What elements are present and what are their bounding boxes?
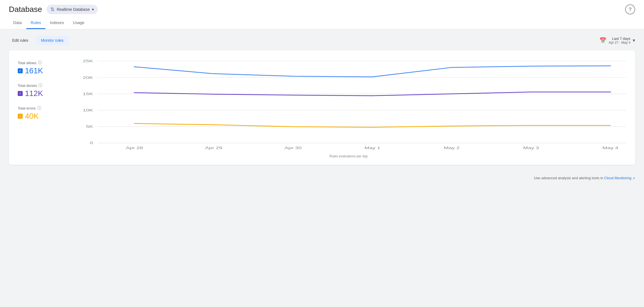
- chart-x-axis-label: Rules evaluations per day: [71, 154, 626, 158]
- legend-item-allows: Total allows ⓘ ✓ 161K: [18, 60, 62, 75]
- tab-usage[interactable]: Usage: [68, 18, 89, 29]
- denies-value-row: ✓ 112K: [18, 89, 62, 98]
- page-title: Database: [9, 5, 42, 14]
- svg-text:10K: 10K: [83, 108, 93, 112]
- errors-value: 40K: [25, 112, 39, 121]
- top-bar: Database ⇅ Realtime Database ▾ ? Data Ru…: [0, 0, 644, 29]
- tab-rules[interactable]: Rules: [26, 18, 45, 29]
- cloud-monitoring-link[interactable]: Cloud Monitoring ↗: [604, 176, 635, 180]
- help-button[interactable]: ?: [625, 4, 635, 14]
- calendar-icon: 📅: [599, 37, 606, 44]
- svg-text:Apr 28: Apr 28: [126, 146, 143, 150]
- chart-layout: Total allows ⓘ ✓ 161K Total denies ⓘ: [18, 58, 626, 158]
- monitor-rules-button[interactable]: Monitor rules: [36, 36, 68, 45]
- date-range-title: Last 7 days: [609, 37, 630, 41]
- allows-label-text: Total allows: [18, 61, 36, 65]
- footer-note-text: Use advanced analysis and alerting tools…: [534, 176, 603, 180]
- legend-label-denies: Total denies ⓘ: [18, 83, 62, 88]
- svg-text:May 3: May 3: [523, 146, 539, 150]
- errors-help-icon[interactable]: ⓘ: [37, 106, 41, 111]
- date-range-selector[interactable]: 📅 Last 7 days Apr 27 - May 4 ▾: [599, 37, 635, 45]
- denies-value: 112K: [25, 89, 43, 98]
- date-range-text: Last 7 days Apr 27 - May 4: [609, 37, 630, 45]
- legend-label-allows: Total allows ⓘ: [18, 60, 62, 65]
- allows-help-icon[interactable]: ⓘ: [38, 60, 42, 65]
- dropdown-arrow-icon: ▾: [92, 7, 94, 12]
- svg-text:0: 0: [90, 141, 93, 145]
- main-content: Edit rules Monitor rules 📅 Last 7 days A…: [0, 29, 644, 171]
- errors-label-text: Total errors: [18, 106, 36, 110]
- legend-item-denies: Total denies ⓘ ✓ 112K: [18, 83, 62, 98]
- footer-note: Use advanced analysis and alerting tools…: [0, 171, 644, 185]
- legend-label-errors: Total errors ⓘ: [18, 106, 62, 111]
- chevron-down-icon: ▾: [633, 37, 635, 43]
- svg-text:Apr 29: Apr 29: [205, 146, 222, 150]
- allows-value-row: ✓ 161K: [18, 66, 62, 75]
- help-icon: ?: [629, 7, 632, 12]
- db-selector-button[interactable]: ⇅ Realtime Database ▾: [47, 5, 98, 14]
- date-range-subtitle: Apr 27 - May 4: [609, 41, 630, 45]
- chart-card: Total allows ⓘ ✓ 161K Total denies ⓘ: [9, 50, 635, 165]
- denies-help-icon[interactable]: ⓘ: [38, 83, 42, 88]
- chart-area: 25K 20K 15K 10K 5K 0 Apr 28 Apr 29 Apr 3…: [71, 58, 626, 158]
- chart-svg: 25K 20K 15K 10K 5K 0 Apr 28 Apr 29 Apr 3…: [71, 58, 626, 152]
- errors-checkbox[interactable]: ✓: [18, 114, 23, 119]
- allows-value: 161K: [25, 66, 43, 75]
- svg-text:15K: 15K: [83, 92, 93, 96]
- edit-rules-button[interactable]: Edit rules: [9, 36, 32, 45]
- tabs-nav: Data Rules Indexes Usage: [9, 18, 635, 29]
- svg-text:Apr 30: Apr 30: [284, 146, 302, 150]
- errors-value-row: ✓ 40K: [18, 112, 62, 121]
- svg-text:25K: 25K: [83, 59, 93, 63]
- svg-text:May 4: May 4: [602, 146, 619, 150]
- database-icon: ⇅: [50, 6, 55, 12]
- allows-checkbox[interactable]: ✓: [18, 68, 23, 73]
- legend-item-errors: Total errors ⓘ ✓ 40K: [18, 106, 62, 121]
- chart-legend: Total allows ⓘ ✓ 161K Total denies ⓘ: [18, 58, 62, 158]
- svg-text:20K: 20K: [83, 76, 93, 79]
- svg-text:5K: 5K: [86, 125, 93, 129]
- toolbar-row: Edit rules Monitor rules 📅 Last 7 days A…: [9, 36, 635, 45]
- external-link-icon: ↗: [632, 176, 635, 180]
- header-row: Database ⇅ Realtime Database ▾ ?: [9, 4, 635, 14]
- db-selector-label: Realtime Database: [57, 7, 90, 12]
- svg-text:May 1: May 1: [364, 146, 380, 150]
- tab-data[interactable]: Data: [9, 18, 26, 29]
- tab-indexes[interactable]: Indexes: [45, 18, 68, 29]
- denies-label-text: Total denies: [18, 84, 37, 88]
- denies-checkbox[interactable]: ✓: [18, 91, 23, 96]
- svg-text:May 2: May 2: [444, 146, 460, 150]
